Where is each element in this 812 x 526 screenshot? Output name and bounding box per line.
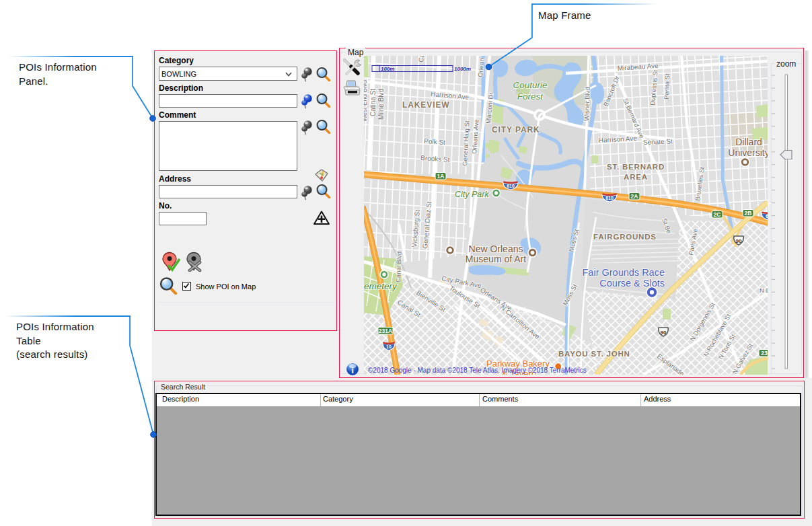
- svg-text:Catina St: Catina St: [369, 89, 377, 116]
- svg-text:CITY PARK: CITY PARK: [492, 125, 540, 135]
- svg-text:New Orleans: New Orleans: [469, 243, 523, 254]
- svg-text:BAYOU ST. JOHN: BAYOU ST. JOHN: [558, 350, 630, 358]
- svg-text:2C: 2C: [714, 211, 721, 218]
- svg-text:Course & Slots: Course & Slots: [599, 278, 665, 289]
- svg-text:100m: 100m: [381, 66, 394, 72]
- svg-text:Senate St: Senate St: [643, 137, 673, 146]
- svg-text:N D: N D: [760, 287, 768, 294]
- svg-text:1000m: 1000m: [454, 66, 471, 72]
- svg-text:ST. BERNARD: ST. BERNARD: [607, 163, 665, 171]
- svg-text:90: 90: [661, 330, 667, 336]
- svg-text:©2018 Google - Map data ©2018: ©2018 Google - Map data ©2018 Tele Atlas…: [368, 367, 587, 374]
- svg-text:Forest: Forest: [517, 91, 544, 102]
- svg-text:10: 10: [386, 344, 392, 349]
- svg-text:Canal Blvd: Canal Blvd: [394, 252, 403, 283]
- svg-text:Ca: Ca: [417, 56, 425, 63]
- svg-text:610: 610: [605, 196, 614, 200]
- svg-text:Fair Grounds Race: Fair Grounds Race: [583, 267, 665, 278]
- svg-text:Museum of Art: Museum of Art: [466, 254, 526, 264]
- svg-text:FAIRGROUNDS: FAIRGROUNDS: [593, 233, 657, 241]
- svg-text:i: i: [351, 365, 354, 375]
- svg-text:LAKEVIEW: LAKEVIEW: [402, 100, 450, 110]
- svg-text:2B: 2B: [745, 210, 752, 217]
- svg-text:AREA: AREA: [624, 173, 648, 181]
- svg-text:West End Blvd: West End Blvd: [364, 80, 368, 122]
- svg-text:University: University: [728, 147, 768, 158]
- svg-text:90: 90: [736, 238, 742, 244]
- svg-text:Polk St: Polk St: [424, 137, 446, 146]
- svg-text:Couturie: Couturie: [513, 80, 547, 90]
- svg-text:Dillard: Dillard: [735, 137, 762, 147]
- svg-text:1A: 1A: [437, 173, 445, 180]
- svg-text:2A: 2A: [631, 193, 638, 200]
- svg-text:Milne Blvd: Milne Blvd: [377, 89, 385, 120]
- svg-text:61: 61: [766, 214, 768, 219]
- svg-text:Wisner Blvd: Wisner Blvd: [583, 87, 591, 121]
- svg-text:City Park: City Park: [455, 190, 489, 199]
- svg-text:Perlita St: Perlita St: [663, 73, 671, 100]
- svg-text:231A: 231A: [379, 328, 392, 334]
- svg-text:23: 23: [761, 350, 768, 356]
- svg-text:610: 610: [507, 184, 515, 188]
- svg-text:emetery: emetery: [364, 281, 398, 291]
